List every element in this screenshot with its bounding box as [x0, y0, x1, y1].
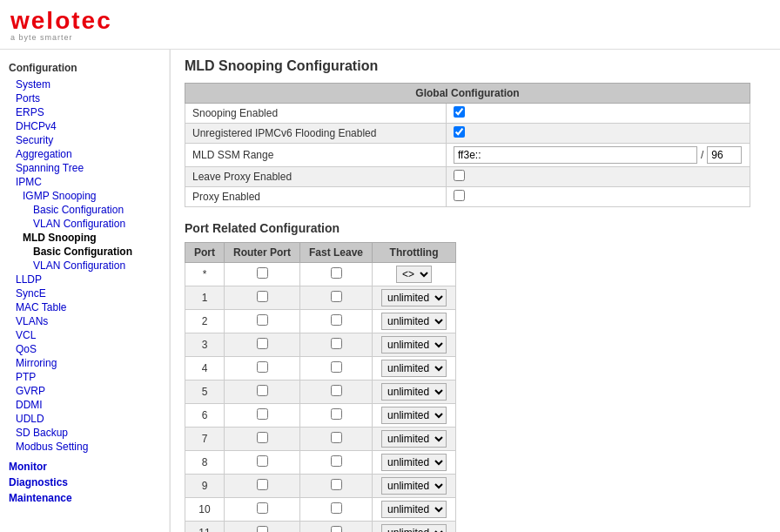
- sidebar-item-dhcpv4[interactable]: DHCPv4: [9, 119, 160, 133]
- sidebar-item-vcl[interactable]: VCL: [9, 328, 160, 342]
- snooping-enabled-label: Snooping Enabled: [185, 104, 447, 124]
- throttling-cell: unlimited: [373, 475, 456, 498]
- fast-leave-checkbox[interactable]: [331, 291, 342, 302]
- router-port-checkbox[interactable]: [257, 385, 268, 396]
- router-port-checkbox[interactable]: [257, 526, 268, 532]
- sidebar-item-mac-table[interactable]: MAC Table: [9, 300, 160, 314]
- fast-leave-checkbox[interactable]: [331, 479, 342, 490]
- flooding-enabled-checkbox[interactable]: [454, 126, 465, 138]
- router-port-checkbox[interactable]: [257, 314, 268, 326]
- fast-leave-cell: [300, 404, 373, 428]
- throttling-select[interactable]: unlimited: [381, 313, 447, 330]
- header: welotec a byte smarter: [0, 0, 780, 50]
- sidebar-diagnostics[interactable]: Diagnostics: [9, 475, 160, 490]
- router-port-cell: [225, 522, 300, 533]
- throttling-select[interactable]: unlimited: [381, 289, 447, 306]
- port-cell: 3: [185, 333, 225, 357]
- throttling-cell: unlimited: [373, 333, 456, 357]
- fast-leave-checkbox[interactable]: [331, 361, 342, 373]
- router-port-checkbox[interactable]: [257, 432, 268, 443]
- fast-leave-checkbox[interactable]: [331, 408, 342, 420]
- table-row: 1unlimited: [185, 286, 456, 310]
- sidebar-item-erps[interactable]: ERPS: [9, 105, 160, 119]
- sidebar-item-ports[interactable]: Ports: [9, 91, 160, 105]
- flooding-enabled-label: Unregistered IPMCv6 Flooding Enabled: [185, 124, 447, 144]
- sidebar-item-basic-config[interactable]: Basic Configuration: [9, 203, 160, 217]
- sidebar-item-mld-snooping[interactable]: MLD Snooping: [9, 231, 160, 245]
- throttling-select[interactable]: unlimited: [381, 360, 447, 377]
- throttling-select[interactable]: unlimited: [381, 477, 447, 495]
- throttling-select[interactable]: unlimited: [381, 383, 447, 401]
- fast-leave-checkbox[interactable]: [331, 432, 342, 443]
- fast-leave-checkbox[interactable]: [331, 385, 342, 396]
- sidebar-item-sd-backup[interactable]: SD Backup: [9, 426, 160, 440]
- fast-leave-checkbox[interactable]: [331, 267, 342, 279]
- sidebar-item-vlans[interactable]: VLANs: [9, 314, 160, 328]
- throttling-select[interactable]: unlimited: [381, 524, 447, 532]
- throttling-select[interactable]: unlimited: [381, 501, 447, 518]
- router-port-cell: [225, 404, 300, 428]
- table-row: Unregistered IPMCv6 Flooding Enabled: [185, 124, 750, 144]
- sidebar-item-vlan-config[interactable]: VLAN Configuration: [9, 217, 160, 231]
- sidebar-item-igmp-snooping[interactable]: IGMP Snooping: [9, 189, 160, 203]
- throttling-select[interactable]: unlimited: [381, 407, 447, 424]
- throttling-select[interactable]: unlimited: [381, 454, 447, 471]
- throttling-cell: unlimited: [373, 451, 456, 475]
- sidebar-item-ptp[interactable]: PTP: [9, 370, 160, 384]
- fast-leave-checkbox[interactable]: [331, 338, 342, 349]
- sidebar-item-gvrp[interactable]: GVRP: [9, 384, 160, 398]
- global-config-header: Global Configuration: [185, 84, 750, 104]
- mld-ssm-range-input[interactable]: [454, 146, 697, 164]
- sidebar-item-modbus-setting[interactable]: Modbus Setting: [9, 440, 160, 454]
- sidebar-item-mld-vlan-config[interactable]: VLAN Configuration: [9, 259, 160, 273]
- table-row: 7unlimited: [185, 428, 456, 451]
- router-port-checkbox[interactable]: [257, 338, 268, 349]
- throttling-cell: unlimited: [373, 286, 456, 310]
- sidebar-monitor[interactable]: Monitor: [9, 459, 160, 475]
- page-title: MLD Snooping Configuration: [185, 58, 766, 74]
- fast-leave-cell: [300, 310, 373, 333]
- router-port-checkbox[interactable]: [257, 291, 268, 302]
- throttling-select[interactable]: unlimited: [381, 430, 447, 448]
- fast-leave-checkbox[interactable]: [331, 502, 342, 514]
- sidebar: Configuration System Ports ERPS DHCPv4 S…: [0, 50, 170, 532]
- fast-leave-checkbox[interactable]: [331, 526, 342, 532]
- sidebar-item-mld-basic-config[interactable]: Basic Configuration: [9, 245, 160, 259]
- sidebar-item-system[interactable]: System: [9, 77, 160, 91]
- router-port-checkbox[interactable]: [257, 479, 268, 490]
- proxy-enabled-checkbox[interactable]: [454, 190, 465, 201]
- router-port-checkbox[interactable]: [257, 267, 268, 279]
- router-port-checkbox[interactable]: [257, 408, 268, 420]
- snooping-enabled-checkbox[interactable]: [454, 106, 465, 118]
- sidebar-item-lldp[interactable]: LLDP: [9, 273, 160, 286]
- leave-proxy-enabled-checkbox[interactable]: [454, 170, 465, 181]
- table-row: 4unlimited: [185, 357, 456, 380]
- sidebar-item-ipmc[interactable]: IPMC: [9, 175, 160, 189]
- sidebar-item-udld[interactable]: UDLD: [9, 412, 160, 426]
- fast-leave-cell: [300, 286, 373, 310]
- throttling-cell: unlimited: [373, 357, 456, 380]
- router-port-checkbox[interactable]: [257, 502, 268, 514]
- fast-leave-checkbox[interactable]: [331, 314, 342, 326]
- fast-leave-checkbox[interactable]: [331, 455, 342, 467]
- fast-leave-cell: [300, 333, 373, 357]
- router-port-cell: [225, 498, 300, 522]
- sidebar-item-security[interactable]: Security: [9, 133, 160, 147]
- mld-ssm-range-mask[interactable]: [707, 146, 742, 164]
- sidebar-item-spanning-tree[interactable]: Spanning Tree: [9, 161, 160, 175]
- sidebar-item-aggregation[interactable]: Aggregation: [9, 147, 160, 161]
- throttling-select[interactable]: <>: [396, 266, 432, 283]
- table-row: 2unlimited: [185, 310, 456, 333]
- sidebar-maintenance[interactable]: Maintenance: [9, 490, 160, 506]
- sidebar-item-ddmi[interactable]: DDMI: [9, 398, 160, 412]
- mld-ssm-range-slash: /: [701, 149, 703, 161]
- throttling-select[interactable]: unlimited: [381, 336, 447, 354]
- global-config-table: Global Configuration Snooping Enabled Un…: [185, 83, 750, 207]
- router-port-checkbox[interactable]: [257, 455, 268, 467]
- sidebar-item-qos[interactable]: QoS: [9, 342, 160, 356]
- port-cell: 2: [185, 310, 225, 333]
- sidebar-item-synce[interactable]: SyncE: [9, 286, 160, 300]
- sidebar-item-mirroring[interactable]: Mirroring: [9, 356, 160, 370]
- fast-leave-cell: [300, 263, 373, 286]
- router-port-checkbox[interactable]: [257, 361, 268, 373]
